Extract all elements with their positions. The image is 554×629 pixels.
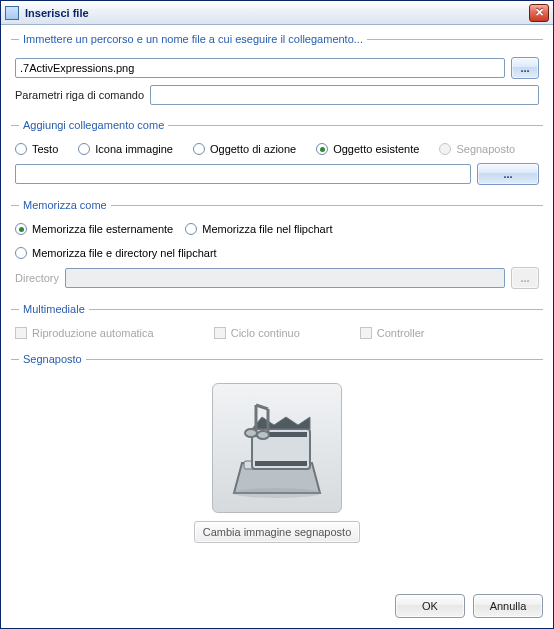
placeholder-group: Segnaposto bbox=[11, 353, 543, 580]
checkbox-icon bbox=[15, 327, 27, 339]
radio-icon bbox=[185, 223, 197, 235]
dialog-button-row: OK Annulla bbox=[1, 588, 553, 628]
cancel-button[interactable]: Annulla bbox=[473, 594, 543, 618]
radio-action-object[interactable]: Oggetto di azione bbox=[193, 143, 296, 155]
ok-button[interactable]: OK bbox=[395, 594, 465, 618]
check-controller-label: Controller bbox=[377, 327, 425, 339]
radio-text[interactable]: Testo bbox=[15, 143, 58, 155]
radio-icon bbox=[439, 143, 451, 155]
radio-store-in-flipchart-label: Memorizza file nel flipchart bbox=[202, 223, 332, 235]
path-group-legend: Immettere un percorso e un nome file a c… bbox=[19, 33, 367, 45]
dialog-content: Immettere un percorso e un nome file a c… bbox=[1, 25, 553, 588]
check-autoplay: Riproduzione automatica bbox=[15, 327, 154, 339]
radio-icon bbox=[15, 223, 27, 235]
radio-store-dir-in-flipchart-label: Memorizza file e directory nel flipchart bbox=[32, 247, 217, 259]
radio-icon bbox=[316, 143, 328, 155]
radio-existing-object-label: Oggetto esistente bbox=[333, 143, 419, 155]
svg-point-0 bbox=[233, 488, 321, 498]
placeholder-legend: Segnaposto bbox=[19, 353, 86, 365]
radio-image-icon[interactable]: Icona immagine bbox=[78, 143, 173, 155]
check-loop: Ciclo continuo bbox=[214, 327, 300, 339]
link-as-legend: Aggiungi collegamento come bbox=[19, 119, 168, 131]
params-label: Parametri riga di comando bbox=[15, 89, 144, 101]
store-as-group: Memorizza come Memorizza file esternamen… bbox=[11, 199, 543, 297]
title-bar: Inserisci file ✕ bbox=[1, 1, 553, 25]
radio-existing-object[interactable]: Oggetto esistente bbox=[316, 143, 419, 155]
app-icon bbox=[5, 6, 19, 20]
radio-text-label: Testo bbox=[32, 143, 58, 155]
svg-point-5 bbox=[245, 429, 257, 437]
radio-image-icon-label: Icona immagine bbox=[95, 143, 173, 155]
multimedia-legend: Multimediale bbox=[19, 303, 89, 315]
radio-store-dir-in-flipchart[interactable]: Memorizza file e directory nel flipchart bbox=[15, 247, 217, 259]
file-path-input[interactable] bbox=[15, 58, 505, 78]
window-title: Inserisci file bbox=[25, 7, 529, 19]
radio-icon bbox=[78, 143, 90, 155]
dialog-window: Inserisci file ✕ Immettere un percorso e… bbox=[0, 0, 554, 629]
radio-store-in-flipchart[interactable]: Memorizza file nel flipchart bbox=[185, 223, 332, 235]
existing-object-browse-button[interactable]: ... bbox=[477, 163, 539, 185]
directory-browse-button: ... bbox=[511, 267, 539, 289]
radio-icon bbox=[15, 247, 27, 259]
placeholder-image bbox=[212, 383, 342, 513]
checkbox-icon bbox=[360, 327, 372, 339]
store-as-legend: Memorizza come bbox=[19, 199, 111, 211]
checkbox-icon bbox=[214, 327, 226, 339]
link-as-group: Aggiungi collegamento come Testo Icona i… bbox=[11, 119, 543, 193]
directory-input bbox=[65, 268, 505, 288]
close-icon: ✕ bbox=[535, 6, 544, 18]
existing-object-input[interactable] bbox=[15, 164, 471, 184]
radio-icon bbox=[15, 143, 27, 155]
check-controller: Controller bbox=[360, 327, 425, 339]
params-input[interactable] bbox=[150, 85, 539, 105]
radio-placeholder-label: Segnaposto bbox=[456, 143, 515, 155]
directory-label: Directory bbox=[15, 272, 59, 284]
radio-icon bbox=[193, 143, 205, 155]
close-button[interactable]: ✕ bbox=[529, 4, 549, 22]
file-browse-button[interactable]: ... bbox=[511, 57, 539, 79]
multimedia-group: Multimediale Riproduzione automatica Cic… bbox=[11, 303, 543, 347]
path-group: Immettere un percorso e un nome file a c… bbox=[11, 33, 543, 113]
radio-action-object-label: Oggetto di azione bbox=[210, 143, 296, 155]
check-loop-label: Ciclo continuo bbox=[231, 327, 300, 339]
radio-placeholder: Segnaposto bbox=[439, 143, 515, 155]
radio-store-external-label: Memorizza file esternamente bbox=[32, 223, 173, 235]
change-placeholder-button[interactable]: Cambia immagine segnaposto bbox=[194, 521, 361, 543]
radio-store-external[interactable]: Memorizza file esternamente bbox=[15, 223, 173, 235]
check-autoplay-label: Riproduzione automatica bbox=[32, 327, 154, 339]
svg-rect-4 bbox=[255, 461, 307, 466]
svg-point-6 bbox=[257, 431, 269, 439]
media-placeholder-icon bbox=[222, 393, 332, 503]
